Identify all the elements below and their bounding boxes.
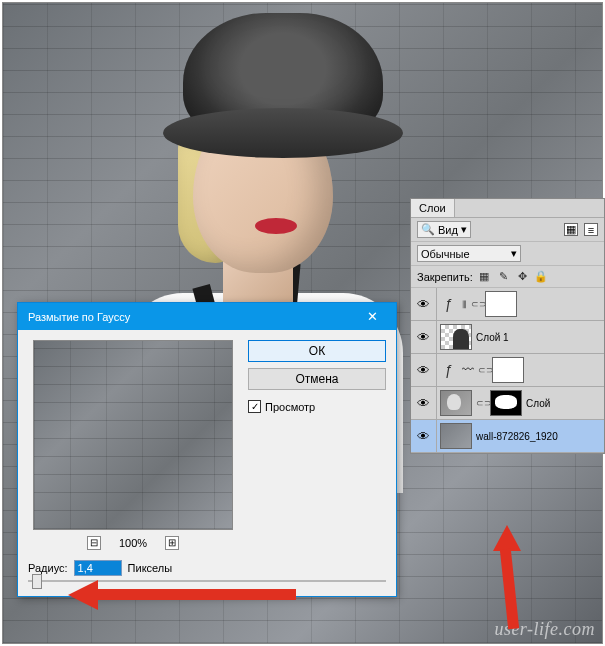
dialog-titlebar[interactable]: Размытие по Гауссу ✕ <box>18 303 396 330</box>
gaussian-blur-dialog: Размытие по Гауссу ✕ ⊟ 100% ⊞ ОК Отмена … <box>17 302 397 597</box>
layer-mask-thumb[interactable] <box>490 390 522 416</box>
close-icon[interactable]: ✕ <box>358 309 386 324</box>
zoom-in-button[interactable]: ⊞ <box>165 536 179 550</box>
lock-brush-icon[interactable]: ✎ <box>496 269 511 284</box>
dialog-title-text: Размытие по Гауссу <box>28 311 130 323</box>
layer-row[interactable]: 👁 wall-872826_1920 <box>411 420 604 453</box>
layer-mask-thumb[interactable] <box>492 357 524 383</box>
preview-checkbox-label: Просмотр <box>265 401 315 413</box>
layer-thumb[interactable] <box>440 390 472 416</box>
annotation-arrow <box>68 583 298 607</box>
visibility-toggle[interactable]: 👁 <box>411 288 437 320</box>
curves-icon: 〰 <box>462 363 474 377</box>
slider-thumb[interactable] <box>32 574 42 589</box>
chevron-down-icon: ▾ <box>511 247 517 260</box>
annotation-arrow <box>497 525 527 629</box>
layer-name[interactable]: Слой <box>526 398 550 409</box>
layer-type-select[interactable]: 🔍 Вид ▾ <box>417 221 471 238</box>
blend-mode-label: Обычные <box>421 248 470 260</box>
layer-type-label: Вид <box>438 224 458 236</box>
link-icon: ⊂⊃ <box>476 398 486 408</box>
visibility-toggle[interactable]: 👁 <box>411 321 437 353</box>
chevron-down-icon: ▾ <box>461 223 467 236</box>
layers-panel: Слои 🔍 Вид ▾ ▦ ≡ Обычные ▾ Закрепить: ▦ … <box>410 198 605 454</box>
levels-icon: ⫴ <box>462 298 467 311</box>
radius-unit: Пикселы <box>128 562 173 574</box>
zoom-level: 100% <box>119 537 147 549</box>
visibility-toggle[interactable]: 👁 <box>411 354 437 386</box>
layer-row[interactable]: 👁 ƒ ⫴ ⊂⊃ <box>411 288 604 321</box>
visibility-toggle[interactable]: 👁 <box>411 420 437 452</box>
adjustment-icon: ƒ <box>440 362 458 378</box>
link-icon: ⊂⊃ <box>471 299 481 309</box>
preview-checkbox[interactable]: ✓ <box>248 400 261 413</box>
blend-mode-select[interactable]: Обычные ▾ <box>417 245 521 262</box>
layer-row[interactable]: 👁 ƒ 〰 ⊂⊃ <box>411 354 604 387</box>
zoom-out-button[interactable]: ⊟ <box>87 536 101 550</box>
layer-name[interactable]: wall-872826_1920 <box>476 431 558 442</box>
layer-row[interactable]: 👁 Слой 1 <box>411 321 604 354</box>
link-icon: ⊂⊃ <box>478 365 488 375</box>
layer-thumb[interactable] <box>440 423 472 449</box>
radius-label: Радиус: <box>28 562 68 574</box>
filter-icon[interactable]: ▦ <box>564 223 578 236</box>
radius-input[interactable] <box>74 560 122 576</box>
layer-name[interactable]: Слой 1 <box>476 332 509 343</box>
lock-position-icon[interactable]: ✥ <box>515 269 530 284</box>
layer-thumb[interactable] <box>440 324 472 350</box>
tab-layers[interactable]: Слои <box>411 199 455 217</box>
visibility-toggle[interactable]: 👁 <box>411 387 437 419</box>
lock-all-icon[interactable]: 🔒 <box>534 269 549 284</box>
panel-menu-icon[interactable]: ≡ <box>584 223 598 236</box>
lock-pixels-icon[interactable]: ▦ <box>477 269 492 284</box>
lock-label: Закрепить: <box>417 271 473 283</box>
layer-mask-thumb[interactable] <box>485 291 517 317</box>
ok-button[interactable]: ОК <box>248 340 386 362</box>
cancel-button[interactable]: Отмена <box>248 368 386 390</box>
blur-preview[interactable] <box>33 340 233 530</box>
search-icon: 🔍 <box>421 223 435 236</box>
layer-row[interactable]: 👁 ⊂⊃ Слой <box>411 387 604 420</box>
adjustment-icon: ƒ <box>440 296 458 312</box>
